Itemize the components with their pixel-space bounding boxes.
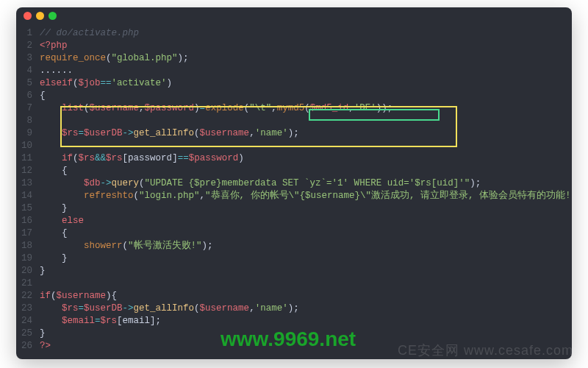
- token: );: [288, 128, 299, 138]
- line-number: 8: [16, 116, 40, 126]
- code-line: 8: [16, 114, 572, 127]
- token: ): [194, 103, 200, 113]
- maximize-icon[interactable]: [49, 12, 57, 20]
- code-content: // do/activate.php: [40, 28, 572, 38]
- token: ......: [40, 66, 73, 76]
- token: [: [117, 316, 123, 326]
- token: ->: [123, 128, 134, 138]
- code-content: }: [40, 328, 572, 339]
- code-line: 10: [16, 139, 572, 152]
- code-line: 25}: [16, 327, 572, 339]
- code-line: 4......: [16, 64, 572, 77]
- token: $password: [189, 153, 239, 163]
- code-line: 9 $rs=$userDB->get_allInfo($username,'na…: [16, 127, 572, 139]
- token: ==: [178, 153, 189, 163]
- token: 'DE': [354, 103, 376, 113]
- line-number: 2: [16, 40, 40, 51]
- token: ];: [150, 316, 161, 326]
- token: "global.php": [112, 53, 178, 63]
- code-content: }: [40, 203, 572, 213]
- line-number: 17: [16, 228, 40, 238]
- token: elseif: [40, 78, 73, 88]
- line-number: 22: [16, 291, 40, 301]
- code-content: $email=$rs[email];: [40, 316, 572, 326]
- line-number: 1: [16, 28, 40, 38]
- token: showerr: [84, 241, 123, 251]
- code-line: 24 $email=$rs[email];: [16, 314, 572, 327]
- token: [40, 316, 62, 326]
- line-number: 23: [16, 303, 40, 314]
- code-line: 2<?php: [16, 39, 572, 52]
- token: else: [62, 216, 84, 226]
- token: }: [40, 328, 46, 339]
- line-number: 9: [16, 128, 40, 138]
- token: [40, 303, 62, 314]
- code-content: require_once("global.php");: [40, 53, 572, 63]
- code-content: }: [40, 253, 572, 263]
- code-line: 19 }: [16, 252, 572, 264]
- token: ): [106, 291, 112, 301]
- token: ?>: [40, 341, 51, 351]
- token: mymd5: [277, 103, 305, 113]
- token: $email: [62, 316, 95, 326]
- token: $username: [200, 303, 250, 314]
- code-line: 7 list($username,$password)=explode("\t"…: [16, 102, 572, 114]
- token: (: [134, 191, 140, 201]
- token: if: [40, 291, 51, 301]
- token: );: [178, 53, 189, 63]
- titlebar: [16, 7, 572, 24]
- minimize-icon[interactable]: [36, 12, 44, 20]
- token: "帐号激活失败!": [128, 241, 202, 251]
- token: "\t": [249, 103, 271, 113]
- line-number: 25: [16, 328, 40, 339]
- token: =: [200, 103, 206, 113]
- line-number: 6: [16, 91, 40, 101]
- token: [40, 216, 62, 226]
- token: ==: [101, 78, 112, 88]
- code-content: elseif($job=='activate'): [40, 78, 572, 88]
- code-content: list($username,$password)=explode("\t",m…: [40, 103, 572, 113]
- code-content: showerr("帐号激活失败!");: [40, 239, 572, 252]
- token: =: [79, 303, 85, 314]
- token: $job: [79, 78, 101, 88]
- line-number: 11: [16, 153, 40, 163]
- line-number: 21: [16, 278, 40, 289]
- line-number: 14: [16, 191, 40, 201]
- token: {: [112, 291, 118, 301]
- code-line: 5elseif($job=='activate'): [16, 77, 572, 89]
- token: ->: [101, 178, 112, 188]
- close-icon[interactable]: [24, 12, 32, 20]
- token: $username: [200, 128, 250, 138]
- line-number: 16: [16, 216, 40, 226]
- token: $rs: [79, 153, 96, 163]
- code-content: {: [40, 91, 572, 101]
- token: }: [62, 203, 68, 213]
- token: =: [95, 316, 101, 326]
- code-line: 1// do/activate.php: [16, 26, 572, 39]
- line-number: 5: [16, 78, 40, 88]
- code-content: else: [40, 216, 572, 226]
- token: list: [62, 103, 84, 113]
- token: (: [194, 128, 200, 138]
- token: 'name': [255, 303, 288, 314]
- token: ,: [200, 191, 206, 201]
- token: {: [62, 166, 68, 176]
- token: [40, 241, 84, 251]
- token: refreshto: [84, 191, 134, 201]
- token: get_allInfo: [134, 128, 195, 138]
- token: (: [304, 103, 310, 113]
- code-content: $rs=$userDB->get_allInfo($username,'name…: [40, 303, 572, 314]
- line-number: 24: [16, 316, 40, 326]
- code-line: 20}: [16, 264, 572, 277]
- code-line: 3require_once("global.php");: [16, 52, 572, 64]
- code-content: <?php: [40, 40, 572, 51]
- token: ,: [139, 103, 145, 113]
- token: (: [51, 291, 57, 301]
- token: $db: [84, 178, 101, 188]
- line-number: 19: [16, 253, 40, 263]
- code-content: }: [40, 266, 572, 276]
- token: $rs: [62, 303, 79, 314]
- code-line: 6{: [16, 89, 572, 102]
- token: (: [194, 303, 200, 314]
- token: {: [62, 228, 68, 238]
